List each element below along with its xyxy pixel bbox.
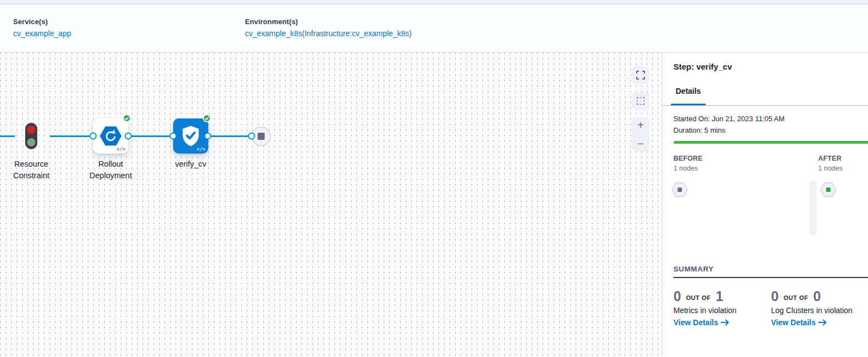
traffic-red-light-icon [27, 126, 36, 134]
edge-constraint-to-rollout [50, 135, 94, 137]
before-node-hexagon[interactable] [671, 182, 688, 200]
zoom-out-button[interactable]: − [632, 138, 649, 149]
tab-row-divider [663, 105, 868, 106]
log-clusters-violation-summary: 0 OUT OF 0 Log Clusters in violation Vie… [771, 288, 867, 327]
fullscreen-icon [636, 71, 645, 80]
before-after-divider[interactable] [809, 182, 816, 235]
edge-verify-to-end [208, 135, 252, 137]
infrastructure-link[interactable]: cv_example_k8s [352, 29, 409, 38]
out-of-label: OUT OF [686, 294, 711, 301]
pipeline-canvas[interactable]: Resource Constraint </> Rollout Deployme… [0, 52, 662, 357]
node-label-rollout-deployment: Rollout Deployment [70, 158, 152, 182]
log-clusters-view-details-link[interactable]: View Details [771, 318, 867, 327]
selection-box-icon [637, 97, 644, 105]
metrics-violation-summary: 0 OUT OF 1 Metrics in violation View Det… [673, 288, 767, 327]
metrics-view-details-link[interactable]: View Details [673, 318, 767, 327]
fullscreen-button[interactable] [632, 66, 649, 84]
arrow-right-icon [721, 319, 729, 326]
log-clusters-violation-caption: Log Clusters in violation [771, 306, 867, 315]
log-clusters-total-value: 0 [813, 288, 821, 304]
environment-block: Environment(s) cv_example_k8s(Infrastruc… [245, 18, 412, 38]
edge-incoming [0, 135, 15, 137]
fit-to-screen-button[interactable] [632, 92, 649, 110]
execution-context-header: Service(s) cv_example_app Environment(s)… [0, 5, 868, 52]
verification-progress-bar [673, 141, 868, 144]
summary-label: SUMMARY [673, 265, 713, 273]
zoom-controls: + − [632, 117, 649, 151]
service-block: Service(s) cv_example_app [13, 18, 71, 38]
success-check-badge [203, 114, 211, 122]
step-yaml-icon: </> [117, 146, 125, 152]
summary-divider [673, 277, 868, 278]
step-details-panel: Step: verify_cv Details Started On: Jun … [662, 52, 868, 357]
port-verify-out [204, 133, 212, 140]
top-strip [0, 0, 868, 4]
port-verify-in [170, 133, 177, 140]
port-rollout-out [125, 133, 132, 140]
node-resource-constraint[interactable] [25, 123, 37, 149]
app-root: Service(s) cv_example_app Environment(s)… [0, 0, 868, 357]
node-label-verify-cv: verify_cv [150, 158, 232, 170]
started-on-text: Started On: Jun 21, 2023 11:05 AM [673, 115, 785, 123]
out-of-label: OUT OF [784, 294, 808, 301]
environment-label: Environment(s) [245, 18, 412, 26]
node-label-resource-constraint: Resource Constraint [0, 158, 72, 182]
zoom-in-button[interactable]: + [632, 120, 649, 131]
metrics-total-value: 1 [716, 288, 723, 304]
port-end-in [248, 133, 255, 140]
after-count: 1 nodes [818, 165, 842, 172]
service-link[interactable]: cv_example_app [13, 29, 71, 38]
success-check-badge [123, 114, 131, 122]
arrow-right-icon [818, 319, 827, 326]
stop-icon [258, 133, 265, 140]
verify-shield-icon [180, 125, 201, 147]
panel-title: Step: verify_cv [673, 62, 732, 71]
tab-details[interactable]: Details [676, 87, 701, 95]
traffic-green-light-icon [27, 138, 36, 146]
environment-link[interactable]: cv_example_k8s [245, 29, 302, 38]
after-label: AFTER [818, 155, 842, 162]
duration-text: Duration: 5 mins [673, 126, 726, 134]
log-clusters-violation-value: 0 [771, 288, 779, 304]
after-node-hexagon[interactable] [820, 182, 837, 200]
before-count: 1 nodes [673, 165, 698, 172]
port-rollout-in [90, 133, 97, 140]
rollout-deployment-icon [100, 126, 122, 146]
step-yaml-icon: </> [197, 146, 205, 152]
metrics-violation-value: 0 [673, 288, 681, 304]
edge-rollout-to-verify [128, 135, 173, 137]
infrastructure-suffix: ) [409, 29, 412, 38]
node-verify-cv[interactable]: </> [173, 118, 208, 154]
metrics-violation-caption: Metrics in violation [673, 306, 767, 315]
service-label: Service(s) [13, 18, 71, 26]
node-rollout-deployment[interactable]: </> [93, 118, 128, 154]
before-label: BEFORE [673, 155, 703, 162]
infrastructure-prefix: (Infrastructure: [302, 29, 352, 38]
